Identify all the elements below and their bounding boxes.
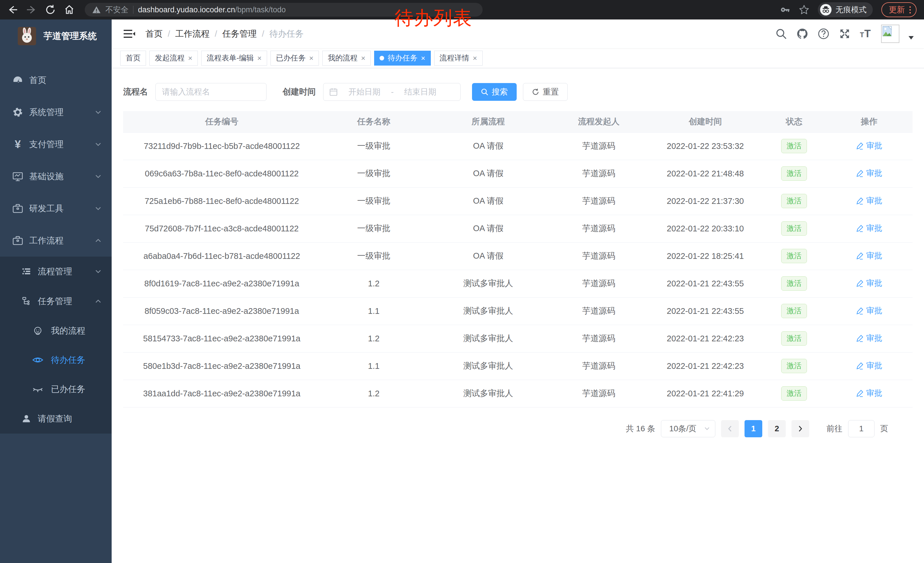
close-icon[interactable]: ×: [473, 54, 477, 62]
sidebar-item-payment[interactable]: ¥ 支付管理: [0, 128, 112, 161]
page-button-1[interactable]: 1: [744, 420, 762, 437]
tab-home[interactable]: 首页: [120, 51, 146, 66]
search-icon[interactable]: [775, 28, 787, 40]
sidebar-item-todo-tasks[interactable]: 待办任务: [0, 345, 112, 375]
reload-icon[interactable]: [45, 5, 56, 15]
font-size-icon[interactable]: TT: [860, 28, 872, 40]
page-button-2[interactable]: 2: [768, 420, 786, 437]
search-icon: [481, 88, 488, 96]
help-icon[interactable]: [818, 28, 830, 40]
sidebar-item-my-process[interactable]: 我的流程: [0, 316, 112, 345]
goto-page-input[interactable]: [848, 420, 874, 437]
create-time-cell: 2022-01-22 18:25:41: [648, 242, 762, 270]
edit-icon: [856, 279, 864, 287]
process-cell: OA 请假: [427, 160, 549, 187]
browser-menu-icon[interactable]: [909, 6, 911, 14]
status-badge: 激活: [781, 194, 807, 208]
tab-todo-tasks[interactable]: 待办任务×: [374, 51, 430, 66]
close-icon[interactable]: ×: [309, 54, 314, 62]
tab-process-detail[interactable]: 流程详情×: [434, 51, 483, 66]
approve-button[interactable]: 审批: [856, 305, 882, 316]
close-icon[interactable]: ×: [257, 54, 262, 62]
create-time-cell: 2022-01-21 22:41:29: [648, 380, 762, 407]
chevron-down-icon: [95, 142, 101, 147]
sidebar-item-done-tasks[interactable]: 已办任务: [0, 375, 112, 404]
task-id-cell: 58154733-7ac8-11ec-a9e2-a2380e71991a: [123, 325, 321, 352]
user-avatar[interactable]: [881, 25, 899, 43]
breadcrumb-task-management[interactable]: 任务管理: [222, 28, 257, 40]
pagination: 共 16 条 10条/页 1 2 前往 页: [123, 420, 912, 437]
approve-button[interactable]: 审批: [856, 223, 882, 234]
forward-icon[interactable]: [26, 5, 37, 15]
dashboard-icon: [12, 75, 24, 86]
incognito-label: 无痕模式: [836, 5, 867, 15]
security-label[interactable]: 不安全: [105, 5, 129, 15]
back-icon[interactable]: [8, 5, 18, 15]
status-badge: 激活: [781, 331, 807, 345]
breadcrumb-workflow[interactable]: 工作流程: [175, 28, 210, 40]
approve-button[interactable]: 审批: [856, 278, 882, 289]
approve-button[interactable]: 审批: [856, 195, 882, 206]
tab-start-process[interactable]: 发起流程×: [149, 51, 198, 66]
task-table: 任务编号 任务名称 所属流程 流程发起人 创建时间 状态 操作 73211d9d…: [123, 111, 912, 407]
actions-cell: 审批: [826, 297, 912, 325]
update-button[interactable]: 更新: [881, 2, 916, 17]
status-badge: 激活: [781, 304, 807, 318]
end-date-input[interactable]: [396, 87, 444, 96]
not-secure-icon: [92, 6, 101, 14]
next-page-button[interactable]: [792, 420, 809, 437]
tags-view-bar: 首页 发起流程× 流程表单-编辑× 已办任务× 我的流程× 待办任务× 流程详情…: [112, 48, 924, 68]
sidebar-item-system[interactable]: 系统管理: [0, 96, 112, 128]
sidebar-item-leave-query[interactable]: 请假查询: [0, 404, 112, 434]
fullscreen-icon[interactable]: [839, 28, 851, 40]
close-icon[interactable]: ×: [361, 54, 365, 62]
process-cell: 测试多审批人: [427, 297, 549, 325]
sidebar-item-home[interactable]: 首页: [0, 64, 112, 96]
date-range-picker[interactable]: -: [323, 83, 460, 101]
edit-icon: [856, 389, 864, 397]
key-icon[interactable]: [780, 5, 790, 15]
approve-button[interactable]: 审批: [856, 168, 882, 179]
starter-cell: 芋道源码: [549, 160, 648, 187]
sidebar-item-process-management[interactable]: 流程管理: [0, 257, 112, 286]
edit-icon: [856, 224, 864, 232]
page-size-select[interactable]: 10条/页: [661, 420, 716, 437]
reset-button[interactable]: 重置: [523, 83, 568, 101]
process-name-input[interactable]: [155, 83, 267, 101]
start-date-input[interactable]: [340, 87, 389, 96]
app-logo-row[interactable]: 芋道管理系统: [0, 20, 112, 53]
sidebar-item-task-management[interactable]: 任务管理: [0, 286, 112, 316]
create-time-cell: 2022-01-22 20:33:10: [648, 215, 762, 242]
close-icon[interactable]: ×: [188, 54, 192, 62]
bookmark-star-icon[interactable]: [799, 5, 809, 15]
approve-button[interactable]: 审批: [856, 388, 882, 399]
incognito-icon: [820, 4, 831, 15]
table-row: 580e1b3d-7ac8-11ec-a9e2-a2380e71991a 1.1…: [123, 352, 912, 380]
github-icon[interactable]: [796, 28, 808, 40]
sidebar-item-devtools[interactable]: 研发工具: [0, 192, 112, 225]
create-time-cell: 2022-01-21 22:42:23: [648, 352, 762, 380]
url-text[interactable]: dashboard.yudao.iocoder.cn/bpm/task/todo: [138, 6, 286, 14]
tab-done-tasks[interactable]: 已办任务×: [270, 51, 319, 66]
search-button[interactable]: 搜索: [472, 83, 517, 101]
edit-icon: [856, 362, 864, 370]
home-icon[interactable]: [64, 5, 74, 15]
table-body: 73211d9d-7b9b-11ec-b5b7-acde48001122 一级审…: [123, 132, 912, 407]
breadcrumb-home[interactable]: 首页: [146, 28, 163, 40]
sidebar-item-infrastructure[interactable]: 基础设施: [0, 161, 112, 192]
active-dot: [380, 56, 384, 60]
approve-button[interactable]: 审批: [856, 140, 882, 151]
starter-cell: 芋道源码: [549, 325, 648, 352]
sidebar: 芋道管理系统 首页 系统管理 ¥ 支付管理 基础设施 研发工具 工作: [0, 20, 112, 563]
approve-button[interactable]: 审批: [856, 250, 882, 261]
sidebar-collapse-icon[interactable]: [123, 28, 136, 39]
prev-page-button[interactable]: [721, 420, 739, 437]
tab-form-edit[interactable]: 流程表单-编辑×: [201, 51, 267, 66]
tab-my-process[interactable]: 我的流程×: [322, 51, 371, 66]
approve-button[interactable]: 审批: [856, 333, 882, 344]
avatar-dropdown-caret[interactable]: [909, 36, 914, 39]
task-id-cell: 381aa1dd-7ac8-11ec-a9e2-a2380e71991a: [123, 380, 321, 407]
approve-button[interactable]: 审批: [856, 360, 882, 371]
sidebar-item-workflow[interactable]: 工作流程: [0, 225, 112, 257]
close-icon[interactable]: ×: [421, 54, 425, 62]
